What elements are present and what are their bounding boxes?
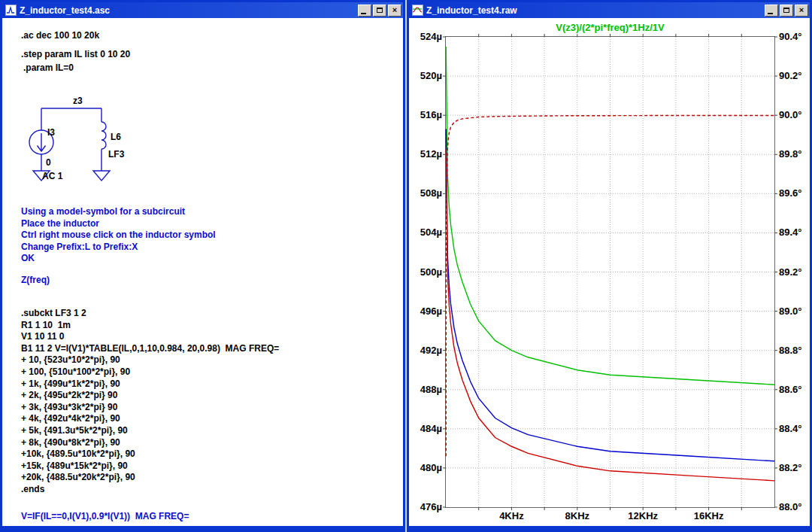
netlist-line[interactable]: + 100, {510u*100*2*pi}, 90 <box>21 366 279 378</box>
y-axis-left-label[interactable]: 476µ <box>411 501 442 512</box>
comment-zfreq[interactable]: Z(freq) <box>21 275 50 287</box>
comment-line[interactable]: Change Prefix:L to Prefix:X <box>21 242 216 254</box>
netlist-line[interactable]: +20k, {488.5u*20k*2*pi}, 90 <box>21 472 279 484</box>
trace-title[interactable]: V(z3)/(2*pi*freq)*1Hz/1V <box>446 22 774 33</box>
netlist-line[interactable]: + 4k, {492u*4k*2*pi}, 90 <box>21 413 279 425</box>
source-dc-label[interactable]: 0 <box>46 157 51 168</box>
waveform-file-icon <box>412 5 423 16</box>
netlist-line[interactable]: .ends <box>21 484 279 496</box>
y-axis-right-label[interactable]: 89.6° <box>779 187 810 199</box>
y-axis-right-label[interactable]: 89.8° <box>779 148 810 160</box>
trace-inductance-IL10 <box>446 129 774 461</box>
y-axis-left-label[interactable]: 516µ <box>411 109 442 120</box>
ground-symbol[interactable] <box>93 171 110 181</box>
y-axis-right-label[interactable]: 88.6° <box>779 384 810 395</box>
y-axis-left-label[interactable]: 508µ <box>411 187 442 199</box>
netlist-line[interactable]: +10k, {489.5u*10k*2*pi}, 90 <box>21 448 279 461</box>
restore-button[interactable] <box>780 5 793 17</box>
close-button[interactable]: × <box>795 5 808 17</box>
y-axis-right-label[interactable]: 90.4° <box>779 31 810 42</box>
netlist-line[interactable]: V1 10 11 0 <box>21 331 279 343</box>
inductor-symbol[interactable] <box>102 108 106 171</box>
y-axis-right-label[interactable]: 90.0° <box>779 109 810 120</box>
waveform-titlebar[interactable]: Z_inductor_test4.raw × <box>409 2 810 18</box>
minimize-button[interactable] <box>765 5 778 17</box>
netlist-line[interactable]: + 2k, {495u*2k*2*pi} 90 <box>21 390 279 402</box>
inductor-name-label[interactable]: L6 <box>111 132 121 142</box>
minimize-icon <box>768 13 773 14</box>
plot-client[interactable]: V(z3)/(2*pi*freq)*1Hz/1V 524µ520µ516µ512… <box>409 18 810 526</box>
y-axis-right-label[interactable]: 90.2° <box>779 70 810 81</box>
y-axis-left-label[interactable]: 488µ <box>411 384 442 395</box>
y-axis-right-label[interactable]: 89.2° <box>779 266 810 278</box>
netlist-line[interactable]: + 3k, {493u*3k*2*pi} 90 <box>21 402 279 414</box>
schematic-window: Z_inductor_test4.asc × .ac dec 100 10 20… <box>0 0 405 528</box>
comment-line[interactable]: Ctrl right mouse click on the inductor s… <box>21 230 216 242</box>
netlist-line[interactable]: + 5k, {491.3u*5k*2*pi}, 90 <box>21 425 279 437</box>
window-title: Z_inductor_test4.asc <box>20 5 356 16</box>
minimize-button[interactable] <box>358 5 371 17</box>
y-axis-right-label[interactable]: 88.2° <box>779 462 810 473</box>
spice-directive-ac[interactable]: .ac dec 100 10 20k <box>21 30 99 42</box>
netlist-line[interactable]: + 1k, {499u*1k*2*pi}, 90 <box>21 378 279 391</box>
y-axis-left-label[interactable]: 504µ <box>411 226 442 238</box>
restore-icon <box>377 8 383 13</box>
restore-icon <box>783 8 789 13</box>
minimize-icon <box>361 13 366 14</box>
inductor-value-label[interactable]: LF3 <box>108 149 125 160</box>
comment-line[interactable]: Using a model-symbol for a subcircuit <box>21 206 216 218</box>
x-axis-label[interactable]: 12KHz <box>628 510 658 521</box>
schematic-canvas[interactable]: z3 I3 0 AC 1 L6 LF3 <box>17 93 145 206</box>
waveform-window: Z_inductor_test4.raw × V(z3)/(2*pi*freq)… <box>407 0 812 528</box>
y-axis-left-label[interactable]: 520µ <box>411 70 442 81</box>
y-axis-right-label[interactable]: 88.8° <box>779 345 810 356</box>
close-icon: × <box>392 6 397 14</box>
x-axis-label[interactable]: 16KHz <box>694 510 724 521</box>
y-axis-left-label[interactable]: 496µ <box>411 306 442 317</box>
behavior-comment[interactable]: V=IF(IL==0,I(V1),0.9*I(V1)) MAG FREQ= <box>21 511 189 523</box>
window-title: Z_inductor_test4.raw <box>426 5 763 16</box>
x-axis-label[interactable]: 4KHz <box>499 510 524 521</box>
close-icon: × <box>799 6 804 14</box>
schematic-client[interactable]: .ac dec 100 10 20k .step param IL list 0… <box>2 18 403 526</box>
netlist-line[interactable]: B1 11 2 V=I(V1)*TABLE(IL,0,1,10,0.984, 2… <box>21 343 279 355</box>
schematic-file-icon <box>5 5 17 16</box>
y-axis-left-label[interactable]: 524µ <box>411 31 442 42</box>
plot-canvas[interactable] <box>446 37 774 507</box>
restore-button[interactable] <box>373 5 386 17</box>
source-name-label[interactable]: I3 <box>47 127 55 138</box>
netlist-line[interactable]: + 8k, {490u*8k*2*pi}, 90 <box>21 437 279 449</box>
y-axis-right-label[interactable]: 88.0° <box>779 501 810 512</box>
y-axis-right-label[interactable]: 89.0° <box>779 306 810 317</box>
schematic-titlebar[interactable]: Z_inductor_test4.asc × <box>2 2 403 18</box>
y-axis-left-label[interactable]: 484µ <box>411 423 442 434</box>
netlist-line[interactable]: R1 1 10 1m <box>21 320 279 332</box>
source-ac-label[interactable]: AC 1 <box>42 171 63 181</box>
comment-line[interactable]: Place the inductor <box>21 218 216 230</box>
y-axis-left-label[interactable]: 500µ <box>411 266 442 278</box>
y-axis-left-label[interactable]: 512µ <box>411 148 442 160</box>
net-label-z3[interactable]: z3 <box>73 96 83 106</box>
netlist-lines[interactable]: .subckt LF3 1 2R1 1 10 1mV1 10 11 0B1 11… <box>21 308 279 496</box>
x-axis-label[interactable]: 8KHz <box>565 510 590 521</box>
y-axis-left-label[interactable]: 492µ <box>411 345 442 356</box>
netlist-line[interactable]: +15k, {489u*15k*2*pi}, 90 <box>21 461 279 473</box>
plot-area[interactable] <box>445 36 775 508</box>
comment-line[interactable]: OK <box>21 253 216 265</box>
y-axis-right-label[interactable]: 89.4° <box>779 226 810 238</box>
y-axis-right-label[interactable]: 88.4° <box>779 423 810 434</box>
spice-directive-step[interactable]: .step param IL list 0 10 20 <box>21 49 130 61</box>
netlist-line[interactable]: + 10, {523u*10*2*pi}, 90 <box>21 354 279 366</box>
y-axis-left-label[interactable]: 480µ <box>411 462 442 473</box>
spice-directive-param[interactable]: .param IL=0 <box>23 62 74 74</box>
close-button[interactable]: × <box>388 5 401 17</box>
comment-lines[interactable]: Using a model-symbol for a subcircuitPla… <box>21 206 216 265</box>
netlist-line[interactable]: .subckt LF3 1 2 <box>21 308 279 320</box>
